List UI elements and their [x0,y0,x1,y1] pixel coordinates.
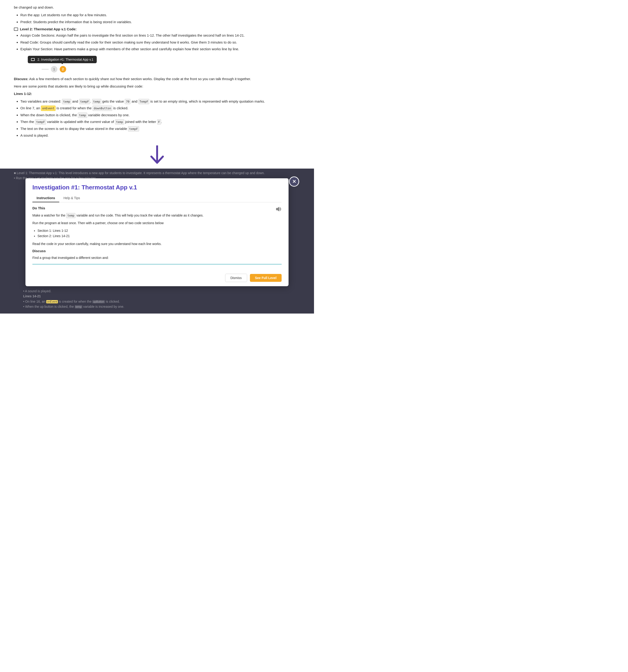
discuss-text: Discuss: Ask a few members of each secti… [14,76,300,82]
code-temp-4: temp [115,119,124,125]
code-tempF-1: tempF [79,99,90,104]
svg-marker-2 [277,207,279,211]
modal-tabs: Instructions Help & Tips [32,194,282,202]
code-temp-1: temp [62,99,71,104]
code-temp-3: temp [78,113,87,118]
modal-divider [32,264,282,264]
modal: Investigation #1: Thermostat App v.1 Ins… [25,178,288,286]
pagination-dot-2[interactable]: 2 [60,66,66,72]
modal-footer: Dismiss See Full Level [25,271,288,286]
lines-bullet-5: The text on the screen is set to dispay … [20,126,300,132]
lines-bullets: Two variables are created: temp and temp… [20,98,300,139]
modal-read-text: Read the code in your section carefully,… [32,241,282,246]
monitor-icon-white [31,58,35,61]
discuss-label: Discuss: [14,77,28,81]
modal-discuss-heading: Discuss [32,249,282,253]
tab-instructions[interactable]: Instructions [32,194,59,202]
tts-icon[interactable] [276,207,282,213]
below-bullet-sound: • A sound is played. [23,289,291,294]
modal-bullet-2: Section 2: Lines 14-21 [37,234,282,239]
code-temp-modal: temp [66,213,75,218]
down-arrow-icon [149,145,165,166]
code-tempF-2: tempF [35,119,46,125]
lines-bullet-3: When the down button is clicked, the tem… [20,112,300,118]
tooltip-card[interactable]: 2. Investigation #1: Thermostat App v.1 [28,56,97,63]
faint-text-1: ■ Level 1: Thermostat App v.1: This leve… [14,170,300,175]
modal-close-button[interactable]: ✕ [289,176,299,187]
intro-bullets: Run the app: Let students run the app fo… [20,12,300,25]
level-heading: Level 2: Thermostat App v.1 Code: [14,27,300,31]
code-temp-2: temp [92,99,101,104]
see-full-level-button[interactable]: See Full Level [250,274,282,282]
arrow-container [14,141,300,169]
top-content: be changed up and down. Run the app: Let… [0,0,314,169]
discuss-content: Ask a few members of each section to qui… [29,77,251,81]
pagination-dot-1[interactable]: 1 [51,66,57,72]
below-bullet-up: • When the up button is clicked, the tem… [23,304,291,309]
monitor-icon [14,28,18,31]
modal-container: ✕ Investigation #1: Thermostat App v.1 I… [14,178,300,286]
code-70: 70 [125,99,130,104]
modal-bullets: Section 1: Lines 1-12 Section 2: Lines 1… [37,228,282,239]
modal-para-2: Run the program at least once. Then with… [32,220,282,225]
dark-band: ■ Level 1: Thermostat App v.1: This leve… [0,169,314,314]
level-bullet-1: Assign Code Sections: Assign half the pa… [20,32,300,39]
svg-rect-1 [276,208,277,210]
pagination-line [42,69,49,70]
modal-title: Investigation #1: Thermostat App v.1 [32,184,282,191]
modal-body: Do This Make a watcher for the temp vari… [25,202,288,271]
code-TempF: TempF [139,99,149,104]
lines-bullet-1: Two variables are created: temp and temp… [20,98,300,104]
modal-discuss-text: Find a group that investigated a differe… [32,255,282,260]
modal-section-heading: Do This [32,206,45,210]
lines-bullet-4: Then the tempF variable is updated with … [20,119,300,125]
code-F: F [157,119,161,125]
lines-heading: Lines 1-12: [14,91,300,97]
tab-help-tips[interactable]: Help & Tips [59,194,84,202]
code-downButton: downButton [93,105,112,111]
lines-bullet-2: On line 7, an onEvent is created for whe… [20,105,300,111]
below-bullet-onEvent: • On line 16, an onEvent is created for … [23,299,291,304]
tooltip-label: 2. Investigation #1: Thermostat App v.1 [37,58,94,62]
modal-bullet-1: Section 1: Lines 1-12 [37,228,282,234]
level-bullet-3: Explain Your Section: Have partners make… [20,46,300,52]
dismiss-button[interactable]: Dismiss [225,274,247,282]
level-bullets: Assign Code Sections: Assign half the pa… [20,32,300,52]
modal-para-1: Make a watcher for the temp variable and… [32,213,282,218]
pagination: 1 2 [42,66,300,72]
intro-bullet-2: Predict: Students predict the informatio… [20,19,300,25]
intro-bullet-1: Run the app: Let students run the app fo… [20,12,300,18]
code-tempF-3: tempF [128,126,139,131]
level-bullet-2: Read Code: Groups should carefully read … [20,39,300,45]
code-onEvent-1: onEvent [41,105,55,111]
lines-bullet-6: A sound is played. [20,133,300,139]
below-lines-14-heading: Lines 14-21 [23,294,291,299]
page-wrapper: be changed up and down. Run the app: Let… [0,0,314,314]
points-intro: Here are some points that students are l… [14,83,300,89]
intro-text: be changed up and down. [14,5,300,10]
modal-header: Investigation #1: Thermostat App v.1 Ins… [25,178,288,202]
below-modal-content: • A sound is played. Lines 14-21 • On li… [14,286,300,312]
level-heading-text: Level 2: Thermostat App v.1 Code: [20,27,77,31]
